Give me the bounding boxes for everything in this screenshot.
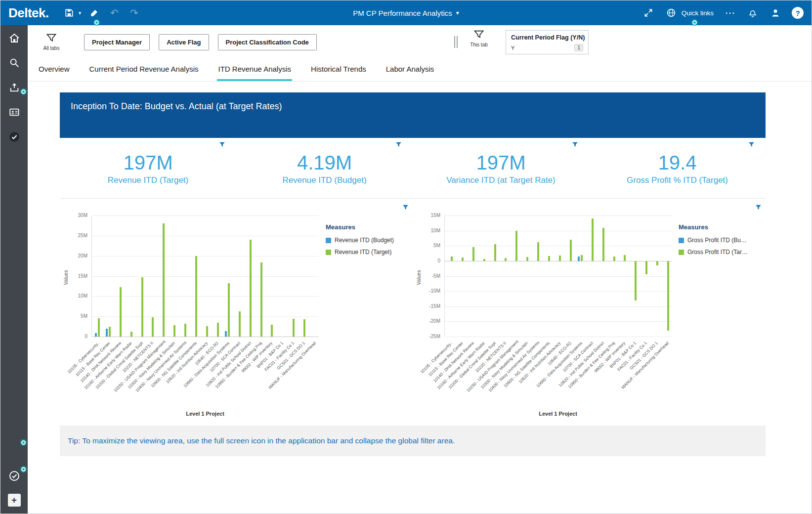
bar-target[interactable] — [656, 261, 658, 265]
legend-item-target[interactable]: Gross Profit ITD (Tar… — [679, 249, 759, 256]
kpi-value: 19.4 — [589, 152, 766, 173]
bar-target[interactable] — [645, 261, 647, 275]
quick-links[interactable]: Quick links — [665, 6, 714, 19]
status-check-circle-icon[interactable] — [7, 130, 21, 144]
report-title-selector[interactable]: PM CP Performance Analytics ▾ — [353, 9, 459, 17]
gridline — [92, 236, 319, 236]
help-icon[interactable]: ? — [792, 7, 804, 19]
contacts-card-icon[interactable] — [7, 105, 21, 119]
bar-target[interactable] — [260, 262, 262, 337]
fullscreen-expand-icon[interactable] — [642, 6, 655, 19]
bar-target[interactable] — [152, 317, 154, 337]
complete-check-icon[interactable] — [7, 469, 21, 483]
filter-funnel-icon[interactable] — [402, 204, 409, 213]
tab-labor-analysis[interactable]: Labor Analysis — [385, 65, 435, 81]
section-banner: Inception To Date: Budget vs. Actual (at… — [60, 92, 766, 138]
bar-target[interactable] — [120, 287, 122, 337]
bar-target[interactable] — [635, 261, 637, 300]
bar-target[interactable] — [592, 218, 594, 261]
tab-current-period-revenue-analysis[interactable]: Current Period Revenue Analysis — [88, 65, 200, 81]
gridline — [445, 306, 672, 307]
filter-button-project-manager[interactable]: Project Manager — [84, 34, 150, 50]
bar-target[interactable] — [217, 323, 219, 337]
filter-funnel-icon[interactable] — [395, 141, 402, 150]
coach-mark-dot[interactable] — [21, 467, 26, 471]
bar-target[interactable] — [537, 242, 539, 261]
search-icon[interactable] — [7, 56, 21, 70]
bar-target[interactable] — [271, 325, 273, 337]
bar-target[interactable] — [250, 240, 252, 337]
filter-button-active-flag[interactable]: Active Flag — [159, 34, 209, 50]
bar-target[interactable] — [505, 258, 507, 261]
this-tab-filter[interactable]: This tab — [465, 30, 493, 47]
add-plus-icon[interactable]: + — [8, 494, 21, 507]
tab-itd-revenue-analysis[interactable]: ITD Revenue Analysis — [217, 65, 292, 81]
bar-target[interactable] — [98, 318, 100, 337]
current-period-flag-filter-chip[interactable]: Current Period Flag (Y/N) Y 1 — [506, 30, 589, 54]
bar-target[interactable] — [451, 257, 453, 261]
redo-icon[interactable]: ↷ — [128, 6, 140, 19]
bar-target[interactable] — [559, 256, 561, 261]
bar-target[interactable] — [303, 319, 305, 337]
bar-target[interactable] — [293, 319, 295, 337]
charts-row: Values 30M25M20M15M10M5M0 Measures Reven… — [60, 201, 766, 417]
more-options-ellipsis-icon[interactable]: ⋯ — [724, 6, 736, 19]
notifications-bell-icon[interactable] — [746, 6, 759, 19]
bar-budget[interactable] — [225, 331, 227, 337]
export-icon[interactable] — [7, 81, 21, 94]
y-tick-label: 0 — [437, 258, 440, 263]
revenue-itd-chart: Values 30M25M20M15M10M5M0 Measures Reven… — [60, 201, 413, 417]
tab-overview[interactable]: Overview — [38, 65, 71, 81]
bar-target[interactable] — [472, 247, 474, 261]
tab-historical-trends[interactable]: Historical Trends — [310, 65, 367, 81]
bar-target[interactable] — [141, 277, 143, 337]
bar-target[interactable] — [184, 324, 186, 337]
coach-mark-dot[interactable] — [21, 89, 26, 94]
undo-icon[interactable]: ↶ — [108, 6, 121, 19]
filter-bar-divider-grip[interactable] — [454, 36, 458, 48]
save-icon[interactable] — [63, 6, 76, 19]
filter-funnel-icon[interactable] — [755, 204, 762, 213]
bar-target[interactable] — [494, 244, 496, 261]
bar-target[interactable] — [195, 256, 197, 337]
bar-target[interactable] — [163, 223, 165, 337]
coach-mark-dot[interactable] — [692, 20, 697, 25]
bar-target[interactable] — [239, 311, 241, 337]
bar-target[interactable] — [515, 231, 517, 261]
bar-target[interactable] — [548, 256, 550, 261]
bar-target[interactable] — [602, 228, 604, 261]
bar-budget[interactable] — [106, 329, 108, 337]
bar-target[interactable] — [483, 259, 485, 261]
filter-funnel-icon[interactable] — [748, 141, 755, 150]
filter-funnel-icon[interactable] — [219, 141, 225, 150]
filter-funnel-icon[interactable] — [572, 141, 578, 150]
bar-target[interactable] — [667, 261, 669, 331]
edit-pencil-icon[interactable] — [88, 6, 101, 19]
bar-target[interactable] — [624, 255, 626, 261]
bar-target[interactable] — [613, 257, 615, 261]
bar-target[interactable] — [130, 332, 132, 337]
home-icon[interactable] — [7, 31, 21, 45]
bar-target[interactable] — [526, 257, 528, 261]
bar-target[interactable] — [462, 257, 464, 261]
y-tick-label: 15M — [431, 213, 440, 218]
legend-label: Gross Profit ITD (Tar… — [687, 249, 748, 256]
bar-target[interactable] — [173, 325, 175, 337]
bar-target[interactable] — [109, 327, 111, 337]
coach-mark-dot[interactable] — [94, 20, 99, 25]
legend-item-budget[interactable]: Gross Profit ITD (Bu… — [679, 237, 759, 244]
all-tabs-filter[interactable]: All tabs — [38, 34, 65, 51]
user-profile-icon[interactable] — [769, 6, 782, 19]
bar-target[interactable] — [206, 326, 208, 337]
legend-item-target[interactable]: Revenue ITD (Target) — [326, 249, 406, 256]
filter-button-project-classification-code[interactable]: Project Classification Code — [218, 34, 317, 50]
kpi-label: Revenue ITD (Budget) — [236, 175, 413, 185]
legend-item-budget[interactable]: Revenue ITD (Budget) — [326, 237, 406, 244]
save-dropdown-chevron-icon[interactable]: ▾ — [79, 10, 82, 16]
bar-target[interactable] — [228, 283, 230, 337]
bar-target[interactable] — [570, 240, 572, 261]
bar-target[interactable] — [581, 255, 583, 261]
bar-budget[interactable] — [95, 333, 97, 337]
coach-mark-dot[interactable] — [21, 440, 26, 445]
bar-budget[interactable] — [578, 257, 580, 261]
